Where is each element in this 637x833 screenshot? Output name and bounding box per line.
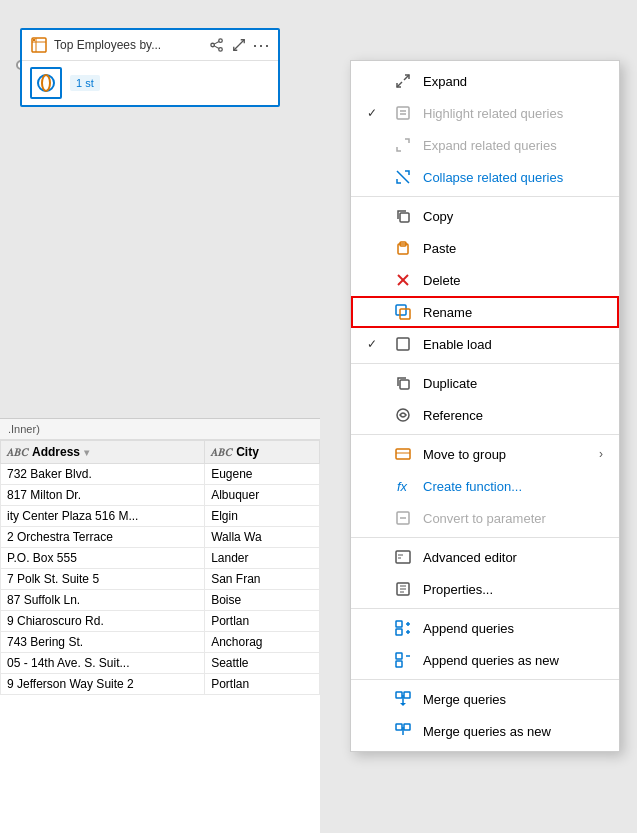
table-cell: 05 - 14th Ave. S. Suit... xyxy=(1,653,205,674)
svg-rect-27 xyxy=(400,380,409,389)
table-cell: 732 Baker Blvd. xyxy=(1,464,205,485)
menu-item-append-queries-new[interactable]: Append queries as new xyxy=(351,644,619,676)
menu-item-enable-load[interactable]: ✓Enable load xyxy=(351,328,619,360)
menu-label-move-to-group: Move to group xyxy=(423,447,589,462)
function-icon: fx xyxy=(393,476,413,496)
col-type-icon-city: 𝐴𝐵𝐶 xyxy=(211,446,232,459)
menu-label-merge-queries-new: Merge queries as new xyxy=(423,724,603,739)
menu-label-delete: Delete xyxy=(423,273,603,288)
expand-related-icon xyxy=(393,135,413,155)
menu-item-properties[interactable]: Properties... xyxy=(351,573,619,605)
menu-label-collapse-related: Collapse related queries xyxy=(423,170,603,185)
menu-item-append-queries[interactable]: Append queries xyxy=(351,612,619,644)
table-row: 87 Suffolk Ln.Boise xyxy=(1,590,320,611)
svg-rect-34 xyxy=(396,551,410,563)
svg-line-10 xyxy=(239,40,244,45)
svg-point-28 xyxy=(397,409,409,421)
svg-line-9 xyxy=(234,45,239,50)
menu-label-rename: Rename xyxy=(423,305,603,320)
svg-rect-50 xyxy=(396,692,402,698)
svg-rect-19 xyxy=(400,213,409,222)
menu-label-paste: Paste xyxy=(423,241,603,256)
table-row: 9 Jefferson Way Suite 2Portlan xyxy=(1,674,320,695)
col-header-city: City xyxy=(236,445,259,459)
table-cell: 7 Polk St. Suite 5 xyxy=(1,569,205,590)
parameter-icon xyxy=(393,508,413,528)
step-badge: 1 st xyxy=(70,75,100,91)
menu-label-merge-queries: Merge queries xyxy=(423,692,603,707)
menu-item-duplicate[interactable]: Duplicate xyxy=(351,367,619,399)
svg-rect-55 xyxy=(404,724,410,730)
menu-separator xyxy=(351,196,619,197)
svg-line-18 xyxy=(397,171,409,183)
menu-separator xyxy=(351,679,619,680)
svg-rect-29 xyxy=(396,449,410,459)
svg-text:fx: fx xyxy=(397,479,408,494)
menu-item-paste[interactable]: Paste xyxy=(351,232,619,264)
delete-icon xyxy=(393,270,413,290)
join-label: .Inner) xyxy=(0,419,320,440)
menu-item-highlight-related: ✓Highlight related queries xyxy=(351,97,619,129)
query-card-actions: ⋯ xyxy=(208,36,270,54)
svg-rect-25 xyxy=(400,309,410,319)
data-panel: .Inner) 𝐴𝐵𝐶 Address ▾ 𝐴𝐵𝐶 Ci xyxy=(0,418,320,833)
share-icon[interactable] xyxy=(208,36,226,54)
svg-marker-53 xyxy=(400,703,406,706)
svg-rect-42 xyxy=(396,629,402,635)
table-cell: Seattle xyxy=(205,653,320,674)
table-cell: Anchorag xyxy=(205,632,320,653)
svg-rect-41 xyxy=(396,621,402,627)
table-row: 7 Polk St. Suite 5San Fran xyxy=(1,569,320,590)
duplicate-icon xyxy=(393,373,413,393)
append-icon xyxy=(393,618,413,638)
svg-point-4 xyxy=(219,39,223,43)
expand-icon[interactable] xyxy=(230,36,248,54)
table-row: ity Center Plaza 516 M...Elgin xyxy=(1,506,320,527)
query-card-title: Top Employees by... xyxy=(54,38,202,52)
sort-icon-address[interactable]: ▾ xyxy=(84,447,89,458)
menu-label-expand-related: Expand related queries xyxy=(423,138,603,153)
append-new-icon xyxy=(393,650,413,670)
menu-check-enable-load: ✓ xyxy=(367,337,383,351)
menu-item-convert-parameter: Convert to parameter xyxy=(351,502,619,534)
menu-check-highlight-related: ✓ xyxy=(367,106,383,120)
menu-item-create-function[interactable]: fxCreate function... xyxy=(351,470,619,502)
menu-item-merge-queries[interactable]: Merge queries xyxy=(351,683,619,715)
more-icon[interactable]: ⋯ xyxy=(252,36,270,54)
table-cell: Elgin xyxy=(205,506,320,527)
query-table-icon xyxy=(30,36,48,54)
query-card-header: Top Employees by... ⋯ xyxy=(22,30,278,61)
menu-item-collapse-related[interactable]: Collapse related queries xyxy=(351,161,619,193)
table-row: 05 - 14th Ave. S. Suit...Seattle xyxy=(1,653,320,674)
col-city[interactable]: 𝐴𝐵𝐶 City xyxy=(205,441,320,464)
rename-icon xyxy=(393,302,413,322)
menu-separator xyxy=(351,608,619,609)
move-group-icon xyxy=(393,444,413,464)
table-cell: Boise xyxy=(205,590,320,611)
menu-item-rename[interactable]: Rename xyxy=(351,296,619,328)
menu-label-copy: Copy xyxy=(423,209,603,224)
menu-item-expand[interactable]: Expand xyxy=(351,65,619,97)
menu-item-merge-queries-new[interactable]: Merge queries as new xyxy=(351,715,619,747)
menu-item-copy[interactable]: Copy xyxy=(351,200,619,232)
table-row: 743 Bering St.Anchorag xyxy=(1,632,320,653)
merge-new-icon xyxy=(393,721,413,741)
menu-label-create-function: Create function... xyxy=(423,479,603,494)
menu-label-convert-parameter: Convert to parameter xyxy=(423,511,603,526)
col-address[interactable]: 𝐴𝐵𝐶 Address ▾ xyxy=(1,441,205,464)
menu-item-move-to-group[interactable]: Move to group› xyxy=(351,438,619,470)
menu-item-expand-related: Expand related queries xyxy=(351,129,619,161)
menu-item-reference[interactable]: Reference xyxy=(351,399,619,431)
menu-label-advanced-editor: Advanced editor xyxy=(423,550,603,565)
svg-point-11 xyxy=(38,75,54,91)
menu-label-append-queries-new: Append queries as new xyxy=(423,653,603,668)
data-table: 𝐴𝐵𝐶 Address ▾ 𝐴𝐵𝐶 City 732 Baker Blvd xyxy=(0,440,320,695)
table-cell: 87 Suffolk Ln. xyxy=(1,590,205,611)
menu-item-advanced-editor[interactable]: Advanced editor xyxy=(351,541,619,573)
svg-point-12 xyxy=(42,75,50,91)
svg-rect-47 xyxy=(396,653,402,659)
svg-line-7 xyxy=(214,42,219,45)
menu-item-delete[interactable]: Delete xyxy=(351,264,619,296)
query-card-body: 1 st xyxy=(22,61,278,105)
menu-label-highlight-related: Highlight related queries xyxy=(423,106,603,121)
